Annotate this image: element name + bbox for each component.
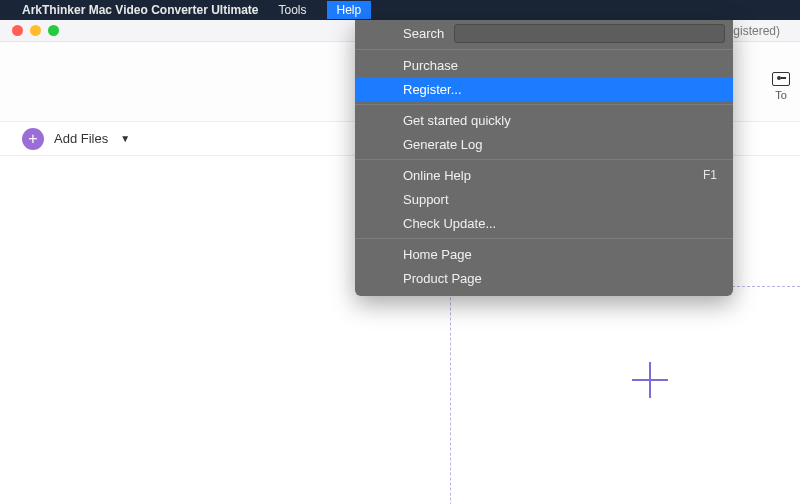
add-files-label[interactable]: Add Files xyxy=(54,131,108,146)
menu-search-input[interactable] xyxy=(454,24,725,43)
menu-separator xyxy=(355,159,733,160)
close-window-button[interactable] xyxy=(12,25,23,36)
menu-item-product-page[interactable]: Product Page xyxy=(355,266,733,290)
dropzone-plus-icon[interactable] xyxy=(632,362,668,398)
toolbox-icon xyxy=(772,72,790,86)
menu-item-register[interactable]: Register... xyxy=(355,77,733,101)
menu-tools[interactable]: Tools xyxy=(273,1,313,19)
menu-item-purchase[interactable]: Purchase xyxy=(355,53,733,77)
menu-item-home-page[interactable]: Home Page xyxy=(355,242,733,266)
maximize-window-button[interactable] xyxy=(48,25,59,36)
menu-separator xyxy=(355,238,733,239)
menu-shortcut: F1 xyxy=(703,168,717,182)
minimize-window-button[interactable] xyxy=(30,25,41,36)
menu-separator xyxy=(355,49,733,50)
menu-item-check-update[interactable]: Check Update... xyxy=(355,211,733,235)
toolbox-label: To xyxy=(772,89,790,101)
mac-menubar: ArkThinker Mac Video Converter Ultimate … xyxy=(0,0,800,20)
menu-search-row: Search xyxy=(355,20,733,46)
add-files-plus-icon[interactable]: + xyxy=(22,128,44,150)
add-files-chevron-icon[interactable]: ▼ xyxy=(120,133,130,144)
file-dropzone[interactable]: Step 1: Click "+" to add files or drag t… xyxy=(450,286,800,504)
menu-item-generate-log[interactable]: Generate Log xyxy=(355,132,733,156)
toolbox-button[interactable]: To xyxy=(772,72,790,101)
help-dropdown-menu: Search Purchase Register... Get started … xyxy=(355,20,733,296)
menu-help[interactable]: Help xyxy=(327,1,372,19)
registration-status: gistered) xyxy=(733,24,780,38)
menu-separator xyxy=(355,104,733,105)
menu-item-get-started[interactable]: Get started quickly xyxy=(355,108,733,132)
menu-item-online-help[interactable]: Online Help F1 xyxy=(355,163,733,187)
menu-item-support[interactable]: Support xyxy=(355,187,733,211)
app-name[interactable]: ArkThinker Mac Video Converter Ultimate xyxy=(22,3,259,17)
menu-item-label: Online Help xyxy=(403,168,471,183)
menu-search-label: Search xyxy=(403,26,444,41)
